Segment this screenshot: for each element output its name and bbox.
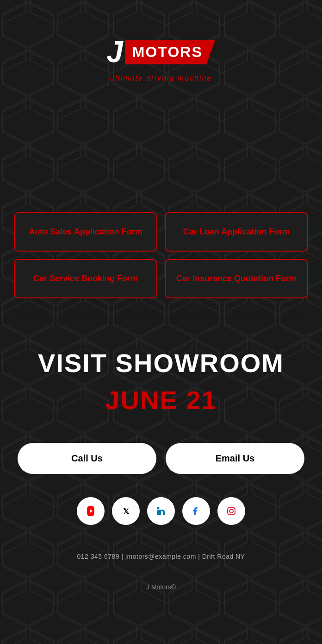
logo-name: MOTORS: [132, 44, 203, 61]
linkedin-icon[interactable]: [147, 497, 175, 525]
footer-contact: 012 345 6789 | jmotors@example.com | Dri…: [0, 539, 322, 565]
car-image-area: [0, 101, 322, 203]
logo-letter: J: [106, 37, 123, 67]
car-insurance-form-button[interactable]: Car Insurance Quotation Form: [165, 259, 308, 298]
auto-sales-form-button[interactable]: Auto Sales Application Form: [14, 212, 157, 252]
showroom-date: JUNE 21: [14, 385, 308, 415]
footer-copyright: J Motors©: [0, 565, 322, 605]
twitter-x-icon[interactable]: 𝕏: [112, 497, 140, 525]
car-loan-form-button[interactable]: Car Loan Application Form: [165, 212, 308, 252]
section-divider: [14, 319, 308, 319]
tagline: ultimate driving machine: [110, 74, 212, 82]
svg-point-10: [157, 507, 160, 509]
email-us-button[interactable]: Email Us: [166, 443, 304, 474]
svg-text:𝕏: 𝕏: [123, 507, 129, 515]
svg-point-15: [234, 508, 235, 509]
visit-showroom-heading: VISIT SHOWROOM: [14, 349, 308, 378]
cta-buttons: Call Us Email Us: [0, 424, 322, 483]
logo: J MOTORS: [106, 37, 215, 67]
svg-rect-12: [225, 505, 238, 518]
forms-grid: Auto Sales Application Form Car Loan App…: [0, 203, 322, 308]
call-us-button[interactable]: Call Us: [18, 443, 156, 474]
showroom-section: VISIT SHOWROOM JUNE 21: [0, 330, 322, 424]
header: J MOTORS ultimate driving machine: [0, 0, 322, 101]
social-row: 𝕏: [0, 483, 322, 539]
car-service-form-button[interactable]: Car Service Booking Form: [14, 259, 157, 298]
youtube-icon[interactable]: [77, 497, 105, 525]
svg-rect-9: [157, 510, 159, 515]
instagram-icon[interactable]: [217, 497, 245, 525]
logo-badge: MOTORS: [125, 40, 216, 64]
facebook-icon[interactable]: [182, 497, 210, 525]
